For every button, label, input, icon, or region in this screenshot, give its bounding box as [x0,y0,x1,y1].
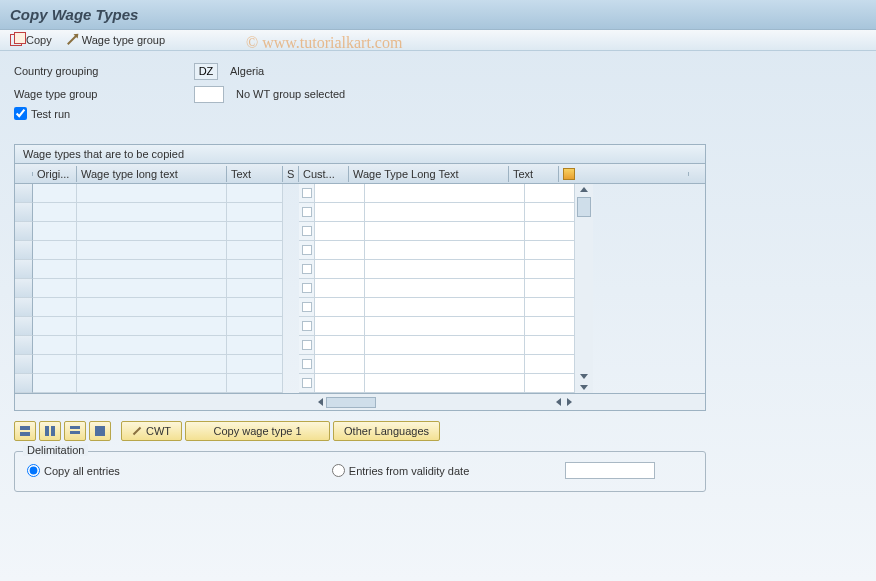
table-row-checkbox[interactable] [299,317,315,336]
table-row[interactable] [315,184,575,203]
table-row[interactable] [315,279,575,298]
delimitation-group: Delimitation Copy all entries Entries fr… [14,451,706,492]
vertical-scrollbar[interactable] [575,184,593,393]
copy-wage-type-1-button[interactable]: Copy wage type 1 [185,421,330,441]
col-text[interactable]: Text [227,166,283,182]
col-wage-type-long-text-2[interactable]: Wage Type Long Text [349,166,509,182]
table-row[interactable] [315,203,575,222]
table-row[interactable] [15,298,299,317]
table-row-checkbox[interactable] [299,222,315,241]
table-row[interactable] [315,317,575,336]
table-row[interactable] [15,317,299,336]
table-row[interactable] [15,374,299,393]
copy-all-radio[interactable] [27,464,40,477]
table-row-checkbox[interactable] [299,336,315,355]
pencil-icon [67,35,77,45]
country-grouping-input[interactable] [194,63,218,80]
table-row[interactable] [15,355,299,374]
copy-button[interactable]: Copy [10,34,52,46]
table-row[interactable] [315,222,575,241]
col-origi[interactable]: Origi... [33,166,77,182]
table-row[interactable] [315,374,575,393]
deselect-all-button[interactable] [39,421,61,441]
table-row[interactable] [315,298,575,317]
grid-icon [20,426,30,436]
wage-type-group-label: Wage type group [14,88,194,100]
col-cust[interactable]: Cust... [299,166,349,182]
table-row-checkbox[interactable] [299,374,315,393]
select-all-button[interactable] [14,421,36,441]
copy-icon [10,34,22,46]
table-row-checkbox[interactable] [299,355,315,374]
cwt-button[interactable]: CWT [121,421,182,441]
table-row[interactable] [15,241,299,260]
cwt-label: CWT [146,425,171,437]
scroll-thumb[interactable] [577,197,591,217]
copy-label: Copy [26,34,52,46]
table-row-checkbox[interactable] [299,184,315,203]
form-area: Country grouping Algeria Wage type group… [0,51,876,130]
table-row-checkbox[interactable] [299,279,315,298]
horizontal-scrollbar-row [15,393,705,410]
wage-type-group-input[interactable] [194,86,224,103]
table-row[interactable] [15,184,299,203]
col-selector[interactable] [15,172,33,176]
horizontal-scrollbar[interactable] [315,397,575,408]
table-row[interactable] [15,222,299,241]
grid-icon [70,426,80,436]
table-row[interactable] [315,260,575,279]
validity-date-input[interactable] [565,462,655,479]
wage-type-group-button[interactable]: Wage type group [66,34,165,46]
pencil-icon [133,427,141,435]
table-row[interactable] [315,355,575,374]
table-body [15,184,705,393]
table-row[interactable] [15,203,299,222]
scroll-up-icon [580,187,588,192]
other-languages-button[interactable]: Other Languages [333,421,440,441]
test-run-label: Test run [31,108,70,120]
sort-button[interactable] [64,421,86,441]
wage-type-group-desc: No WT group selected [236,88,345,100]
wage-types-table: Wage types that are to be copied Origi..… [14,144,706,411]
table-row-checkbox[interactable] [299,260,315,279]
scroll-left2-icon [556,398,561,406]
configure-icon [563,168,575,180]
test-run-checkbox[interactable] [14,107,27,120]
toolbar: Copy Wage type group [0,30,876,51]
table-row-checkbox[interactable] [299,203,315,222]
country-grouping-label: Country grouping [14,65,194,77]
scroll-down-icon [580,374,588,379]
delimitation-title: Delimitation [23,444,88,456]
copy-all-label: Copy all entries [44,465,120,477]
table-row[interactable] [315,241,575,260]
grid-icon [95,426,105,436]
table-header: Origi... Wage type long text Text S Cust… [15,164,705,184]
col-s[interactable]: S [283,166,299,182]
col-wage-type-long-text[interactable]: Wage type long text [77,166,227,182]
scroll-right-icon [567,398,572,406]
configure-columns-button[interactable] [559,166,577,182]
body-filler [593,184,687,393]
col-text-2[interactable]: Text [509,166,559,182]
table-row-checkbox[interactable] [299,241,315,260]
grid-icon [45,426,55,436]
table-row[interactable] [15,279,299,298]
hscroll-thumb[interactable] [326,397,376,408]
page-title: Copy Wage Types [0,0,876,30]
button-row: CWT Copy wage type 1 Other Languages [14,421,862,441]
entries-from-label: Entries from validity date [349,465,469,477]
table-row[interactable] [315,336,575,355]
filter-button[interactable] [89,421,111,441]
wtg-label: Wage type group [82,34,165,46]
country-grouping-desc: Algeria [230,65,264,77]
table-row[interactable] [15,260,299,279]
header-filler [577,172,689,176]
table-row-checkbox[interactable] [299,298,315,317]
table-title: Wage types that are to be copied [15,145,705,164]
scroll-left-icon [318,398,323,406]
table-row[interactable] [15,336,299,355]
entries-from-radio[interactable] [332,464,345,477]
scroll-end-icon [580,385,588,390]
